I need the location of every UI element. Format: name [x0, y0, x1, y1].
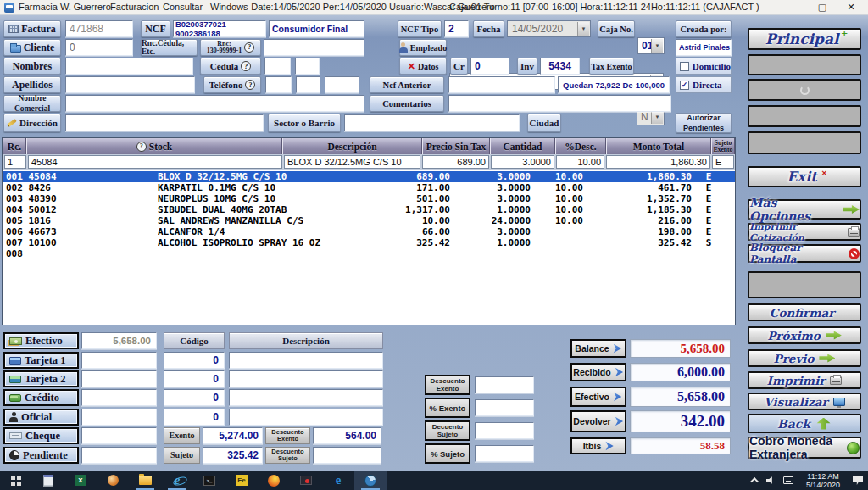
ncf-tipo-field[interactable]: 2 — [444, 20, 469, 37]
edit-total-field[interactable]: 1,860.30 — [606, 155, 710, 169]
volume-icon[interactable] — [766, 476, 776, 484]
factura-number-field[interactable]: 471868 — [65, 20, 133, 37]
-sujeto-field[interactable] — [475, 445, 534, 462]
decuento-sujeto-button[interactable]: DecuentoSujeto — [425, 420, 470, 441]
ciudad-button[interactable]: Ciudad — [527, 114, 561, 132]
item-edit-row[interactable]: 145084BLOX D 32/12.5MG C/S 10689.003.000… — [3, 154, 735, 170]
efectivo-amount-field[interactable]: 5,658.00 — [81, 332, 157, 349]
firefox-taskbar-button[interactable] — [258, 471, 290, 490]
exento-value-field[interactable]: 5,274.00 — [203, 427, 263, 444]
caja-no-button[interactable]: Caja No. — [598, 20, 635, 37]
empleado-button[interactable]: Empleado — [399, 39, 447, 56]
items-grid[interactable]: 001 45084BLOX D 32/12.5MG C/S 10689.003.… — [3, 170, 735, 325]
descuento-exento-button[interactable]: DescuentoExento — [425, 375, 470, 395]
minimize-button[interactable]: – — [783, 2, 804, 12]
ncf-number-field[interactable]: B0200377021 9002386188 — [173, 20, 266, 37]
edit-desc-field[interactable]: BLOX D 32/12.5MG C/S 10 — [284, 155, 420, 169]
grid-row-4[interactable]: 004 50012SIBUDEL DUAL 40MG 20TAB1,317.00… — [3, 204, 735, 215]
efectivo-button[interactable]: Efectivo — [570, 387, 626, 407]
tarjeta-1-button[interactable]: Tarjeta 1 — [3, 352, 79, 369]
grid-row-6[interactable]: 006 46673ALCANFOR 1/466.003.0000198.00E — [3, 226, 735, 237]
codigo-field-3[interactable]: 0 — [164, 389, 225, 406]
checkbox-checked-icon[interactable]: ✓ — [680, 81, 689, 90]
cheque-amount-field[interactable] — [81, 427, 157, 444]
notification-icon[interactable] — [853, 476, 863, 485]
edit-price-field[interactable]: 689.00 — [422, 155, 489, 169]
ie-taskbar-button[interactable]: e — [161, 471, 193, 490]
cr-field[interactable]: 0 — [470, 58, 509, 75]
column-header-rc-[interactable]: Rc. — [3, 138, 26, 154]
grid-row-1[interactable]: 001 45084BLOX D 32/12.5MG C/S 10689.003.… — [3, 171, 735, 182]
-exento-field[interactable] — [475, 399, 534, 416]
column-header-cantidad[interactable]: Cantidad — [490, 138, 555, 154]
telefono-field-1[interactable] — [265, 76, 292, 93]
rnc-field[interactable] — [264, 39, 364, 56]
rnc-cedula-button[interactable]: Rnc.Cédula, Etc. — [141, 39, 198, 56]
sidebar-exit-button[interactable]: Exit — [748, 166, 861, 187]
descripcion-field-1[interactable] — [229, 352, 383, 369]
descuento-sujeto-value-field[interactable] — [313, 447, 381, 464]
column-header-%desc-[interactable]: %Desc. — [555, 138, 606, 154]
cr-dito-button[interactable]: Crédito — [3, 389, 79, 406]
sidebar-cobro-moneda-extranjera-button[interactable]: Cobro Moneda Extranjera — [748, 437, 861, 459]
sidebar-back-button[interactable]: Back — [748, 414, 861, 433]
ncf-anterior-field[interactable] — [448, 76, 555, 93]
explorer-taskbar-button[interactable] — [129, 471, 161, 490]
sidebar-previo-button[interactable]: Previo — [748, 349, 861, 367]
-sujeto-button[interactable]: % Sujeto — [425, 443, 470, 464]
tarjeta-2-amount-field[interactable] — [81, 370, 157, 387]
inv-button[interactable]: Inv — [517, 58, 537, 75]
recibido-button[interactable]: Recibido — [570, 363, 626, 381]
decuento-sujeto-field[interactable] — [475, 422, 534, 439]
directa-checkbox[interactable]: ✓ Directa — [676, 76, 732, 93]
pendiente-amount-field[interactable] — [81, 447, 157, 464]
excel-taskbar-button[interactable]: X — [64, 471, 97, 490]
direccion-field[interactable] — [65, 114, 264, 131]
edit-rc-field[interactable]: 1 — [4, 155, 26, 169]
foxpro-taskbar-button[interactable]: Fe — [225, 471, 258, 490]
help-icon[interactable]: ? — [241, 61, 251, 71]
descripcion-field-3[interactable] — [229, 389, 383, 406]
cr-button[interactable]: Cr — [450, 58, 468, 75]
clock[interactable]: 11:12 AM 5/14/2020 — [801, 472, 845, 489]
cajafact-app-taskbar-button[interactable] — [354, 471, 387, 490]
oficial-amount-field[interactable] — [81, 409, 157, 426]
sidebar-confirmar-button[interactable]: Confirmar — [748, 303, 861, 321]
grid-row-7[interactable]: 007 10100ALCOHOL ISOPROLIO SPRAY 16 OZ32… — [3, 237, 735, 248]
fecha-select[interactable]: 14/05/2020▼ — [507, 20, 591, 37]
descripcion-field-4[interactable] — [229, 409, 383, 426]
sector-barrio-button[interactable]: Sector o Barrio — [268, 114, 341, 132]
checkbox-unchecked-icon[interactable] — [680, 62, 689, 71]
network-icon[interactable] — [783, 476, 793, 484]
tray-chevron-up-icon[interactable] — [750, 477, 759, 486]
datos-button[interactable]: ✕ Datos — [399, 58, 447, 75]
ncf-button[interactable]: NCF — [141, 20, 170, 37]
edit-stock-field[interactable]: 45084 — [28, 155, 282, 169]
recorder-taskbar-button[interactable] — [290, 471, 322, 490]
caja-no-select[interactable]: 01▼ — [637, 37, 665, 54]
efectivo-button[interactable]: Efectivo — [3, 332, 79, 349]
sidebar-visualizar-button[interactable]: Visualizar — [748, 393, 861, 410]
cedula-button[interactable]: Cédula ? — [200, 58, 261, 75]
codigo-field-1[interactable]: 0 — [164, 352, 225, 369]
grid-row-3[interactable]: 003 48390NEUROPLUS 10MG C/S 10501.003.00… — [3, 193, 735, 204]
edit-disc-field[interactable]: 10.00 — [556, 155, 604, 169]
domicilio-checkbox[interactable]: Domicilio — [676, 58, 732, 75]
nombres-field[interactable] — [65, 58, 193, 75]
sidebar-principal-button[interactable]: Principal — [748, 28, 861, 50]
oficial-button[interactable]: Oficial — [3, 409, 79, 426]
apellidos-field[interactable] — [65, 76, 195, 93]
cliente-button[interactable]: Cliente — [3, 39, 61, 56]
itbis-button[interactable]: Itbis — [570, 437, 626, 454]
rnc-button[interactable]: Rnc:130-99999-1 ? — [200, 39, 261, 56]
-exento-button[interactable]: % Exento — [425, 398, 470, 418]
fecha-button[interactable]: Fecha — [473, 20, 504, 37]
telefono-button[interactable]: Teléfono ? — [203, 76, 261, 93]
creada-por-field[interactable]: Astrid Pinales — [676, 39, 732, 56]
sidebar-m-s-opciones-button[interactable]: Más Opciones — [748, 199, 861, 220]
paint-taskbar-button[interactable] — [97, 471, 129, 490]
cedula-field-2[interactable] — [295, 58, 320, 75]
inv-field[interactable]: 5434 — [540, 58, 580, 75]
menu-consultar[interactable]: Consultar — [163, 2, 203, 12]
tax-exento-button[interactable]: Tax Exento — [589, 58, 634, 75]
